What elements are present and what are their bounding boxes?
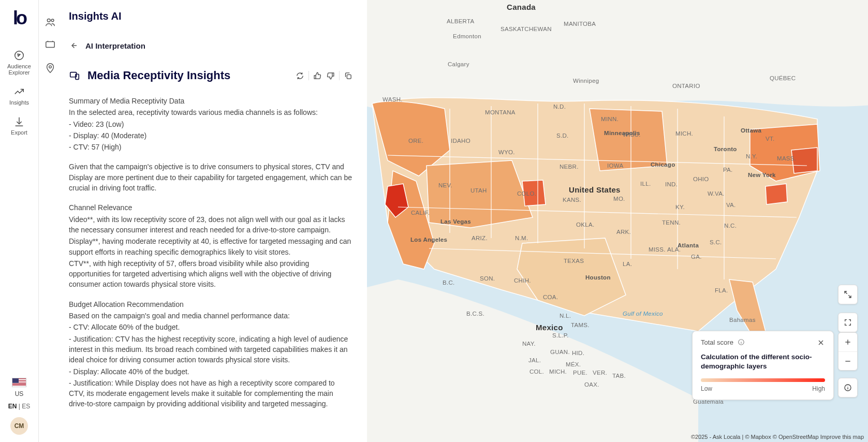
nav-export[interactable]: Export (0, 111, 38, 141)
svg-point-2 (47, 19, 50, 22)
svg-line-26 (848, 295, 851, 298)
text: Given that the campaign's objective is t… (69, 161, 352, 193)
svg-marker-1 (18, 54, 20, 56)
svg-point-3 (51, 19, 54, 22)
text: - CTV: 57 (High) (69, 142, 352, 152)
fullscreen-button[interactable] (838, 313, 857, 332)
nav-label: Export (11, 129, 27, 136)
thumbs-up-icon[interactable] (313, 71, 322, 80)
nav-label: Audience Explorer (2, 63, 36, 76)
app-title: Insights AI (69, 10, 352, 22)
breadcrumb: AI Interpretation (69, 41, 352, 50)
lang-en[interactable]: EN (8, 403, 17, 410)
zoom-out-button[interactable] (838, 351, 857, 370)
map-expand-control (838, 285, 858, 304)
divider (308, 71, 309, 80)
refresh-icon[interactable] (296, 71, 304, 80)
map-fullscreen-control (838, 313, 858, 332)
legend-description: Calculation of the different socio-demog… (701, 352, 825, 371)
text: Display**, having moderate receptivity a… (69, 236, 352, 257)
legend-close-button[interactable] (817, 338, 825, 348)
close-icon (817, 338, 825, 347)
expand-button[interactable] (838, 285, 857, 304)
legend-low: Low (701, 385, 712, 392)
tool-rail (39, 0, 62, 442)
compass-icon (13, 50, 25, 61)
map-view[interactable]: Canada ALBERTA SASKATCHEWAN MANITOBA Edm… (367, 0, 868, 442)
svg-point-32 (847, 386, 848, 386)
svg-line-25 (845, 291, 847, 294)
back-arrow-icon[interactable] (69, 41, 78, 50)
legend-gradient (701, 378, 825, 382)
breadcrumb-label: AI Interpretation (85, 41, 145, 50)
text: Channel Relevance (69, 202, 352, 213)
user-avatar[interactable]: CM (10, 417, 28, 435)
legend-title: Total score (701, 338, 733, 346)
insights-panel: Insights AI AI Interpretation Media Rece… (62, 0, 367, 442)
nav-label: Insights (9, 99, 29, 106)
expand-icon (844, 290, 852, 299)
text: - Display: Allocate 40% of the budget. (69, 366, 352, 377)
svg-rect-4 (46, 42, 55, 48)
map-info-control (838, 378, 858, 397)
nav-rail: lo Audience Explorer Insights Export US … (0, 0, 39, 442)
text: Summary of Media Receptivity Data (69, 96, 352, 106)
info-icon (844, 384, 852, 392)
fullscreen-icon (844, 318, 852, 327)
text: - Display: 40 (Moderate) (69, 130, 352, 141)
text: CTV**, with high receptivity of 57, offe… (69, 258, 352, 290)
text: Video**, with its low receptivity score … (69, 214, 352, 235)
text: - Justification: While Display does not … (69, 378, 352, 409)
brand-logo: lo (13, 7, 25, 29)
svg-point-5 (48, 41, 49, 42)
nav-audience-explorer[interactable]: Audience Explorer (0, 45, 38, 81)
svg-point-7 (49, 66, 52, 68)
screen-icon[interactable] (45, 39, 56, 51)
location-pin-icon[interactable] (45, 62, 56, 73)
info-button[interactable] (838, 378, 857, 397)
copy-icon[interactable] (344, 71, 352, 80)
divider: | (17, 403, 22, 410)
legend-high: High (812, 385, 825, 392)
insight-body: Summary of Media Receptivity Data In the… (69, 96, 352, 409)
zoom-in-button[interactable] (838, 333, 857, 351)
download-icon (13, 116, 25, 127)
nav-insights[interactable]: Insights (0, 81, 38, 111)
map-attribution: ©2025 - Ask Locala | © Mapbox © OpenStre… (691, 434, 864, 440)
text: - Video: 23 (Low) (69, 119, 352, 129)
trend-icon (13, 86, 25, 97)
text: - Justification: CTV has the highest rec… (69, 334, 352, 365)
text: Based on the campaign's goal and media c… (69, 311, 352, 321)
devices-icon (69, 70, 80, 81)
country-flag-icon[interactable] (12, 378, 26, 387)
thumbs-down-icon[interactable] (326, 71, 335, 80)
section-header: Media Receptivity Insights (69, 69, 352, 82)
language-switch[interactable]: EN | ES (8, 403, 30, 410)
map-zoom-control (838, 332, 858, 371)
minus-icon (844, 357, 852, 365)
map-legend: Total score Calculation of the different… (692, 331, 834, 400)
section-title: Media Receptivity Insights (87, 69, 230, 82)
svg-point-6 (52, 41, 53, 42)
text: Budget Allocation Recommendation (69, 299, 352, 310)
country-code: US (15, 390, 24, 397)
people-icon[interactable] (45, 17, 56, 28)
plus-icon (844, 338, 852, 346)
svg-point-35 (741, 341, 741, 341)
text: In the selected area, receptivity toward… (69, 107, 352, 117)
text: - CTV: Allocate 60% of the budget. (69, 322, 352, 332)
info-icon[interactable] (738, 338, 745, 346)
divider (339, 71, 340, 80)
svg-rect-11 (347, 75, 351, 79)
lang-es[interactable]: ES (22, 403, 30, 410)
